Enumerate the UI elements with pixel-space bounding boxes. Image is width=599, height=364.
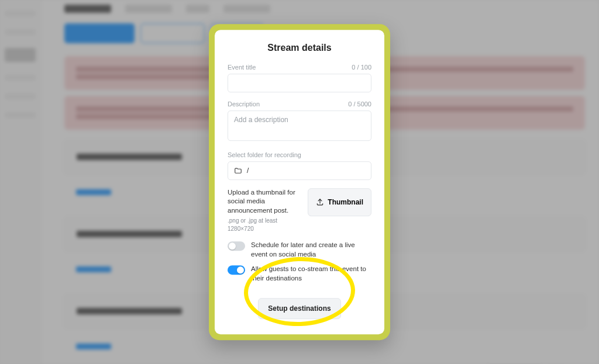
folder-label: Select folder for recording [228,151,301,158]
costream-toggle[interactable] [228,265,245,275]
folder-icon [234,167,242,175]
event-title-block: Event title 0 / 100 [228,64,371,92]
folder-block: Select folder for recording / [228,151,371,180]
thumbnail-text: Upload a thumbnail for social media anno… [228,188,301,233]
thumbnail-caption: Upload a thumbnail for social media anno… [228,189,295,214]
modal-highlight-frame: Stream details Event title 0 / 100 Descr… [209,24,390,341]
folder-select[interactable]: / [228,161,371,180]
modal-title: Stream details [228,43,371,53]
thumbnail-subtext: .png or .jpg at least 1280×720 [228,217,301,233]
setup-destinations-button[interactable]: Setup destinations [258,298,340,319]
costream-toggle-label: Allow guests to co-stream this event to … [251,265,371,283]
costream-toggle-row: Allow guests to co-stream this event to … [228,265,371,283]
event-title-label: Event title [228,64,256,71]
description-counter: 0 / 5000 [348,100,371,108]
thumbnail-upload-button[interactable]: Thumbnail [308,188,371,216]
thumbnail-block: Upload a thumbnail for social media anno… [228,188,371,233]
event-title-input[interactable] [228,74,371,92]
schedule-toggle[interactable] [228,241,245,251]
upload-icon [316,198,324,206]
thumbnail-button-label: Thumbnail [328,198,363,206]
event-title-counter: 0 / 100 [352,64,371,71]
schedule-toggle-label: Schedule for later and create a live eve… [251,241,371,259]
setup-destinations-row: Setup destinations [228,298,371,319]
description-block: Description 0 / 5000 [228,100,371,143]
folder-path: / [247,167,249,175]
stream-details-modal: Stream details Event title 0 / 100 Descr… [215,30,384,335]
description-input[interactable] [228,110,371,141]
schedule-toggle-row: Schedule for later and create a live eve… [228,241,371,259]
description-label: Description [228,100,260,108]
